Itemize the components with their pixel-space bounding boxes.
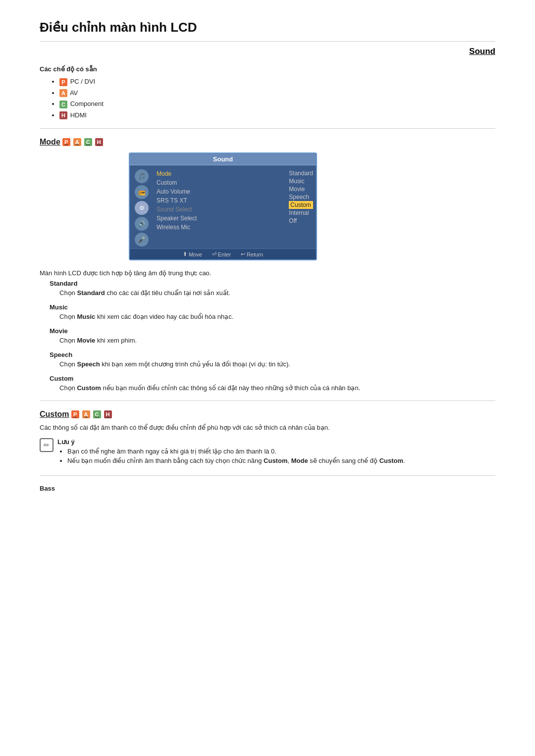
osd-item-mode: Mode bbox=[157, 169, 285, 178]
osd-menu-items: Mode Custom Auto Volume SRS TS XT Sound … bbox=[155, 169, 285, 247]
mode-title-text: Mode bbox=[40, 138, 60, 147]
sub-off: Off bbox=[289, 217, 313, 225]
custom-icon-p: P bbox=[71, 410, 79, 418]
osd-icons-column: 🎵 📻 ⚙ 🔊 🎤 bbox=[133, 169, 151, 247]
divider-1 bbox=[40, 128, 495, 129]
icon-p: P bbox=[59, 78, 67, 86]
custom-title-text: Custom bbox=[40, 410, 69, 419]
osd-submenu: Standard Music Movie Speech Custom Inter… bbox=[289, 169, 313, 247]
item-5-desc: Chọn Custom nếu bạn muốn điều chỉnh các … bbox=[59, 384, 495, 392]
footer-move: ⬆ Move bbox=[183, 251, 202, 257]
note-bullet-2: Nếu bạn muốn điều chỉnh âm thanh bằng cá… bbox=[67, 457, 405, 464]
list-item-2: Music Chọn Music khi xem các đoạn video … bbox=[50, 303, 495, 320]
mode-item-av: A AV bbox=[59, 89, 495, 98]
sub-music: Music bbox=[289, 177, 313, 185]
mode-label-hdmi: HDMI bbox=[70, 111, 87, 119]
mode-icon-c: C bbox=[84, 138, 92, 146]
lcd-description: Màn hình LCD được tích hợp bộ tăng âm độ… bbox=[40, 269, 495, 277]
sound-link[interactable]: Sound bbox=[469, 47, 495, 56]
footer-return: ↩ Return bbox=[241, 251, 263, 257]
mode-icon-p: P bbox=[62, 138, 70, 146]
page-container: Điều chỉnh màn hình LCD Sound Các chế độ… bbox=[0, 0, 535, 512]
custom-icon-h: H bbox=[104, 410, 112, 418]
icon-c: C bbox=[59, 101, 67, 108]
mode-label-component: Component bbox=[70, 100, 104, 107]
enter-icon: ⏎ bbox=[212, 251, 216, 257]
return-icon: ↩ bbox=[241, 251, 245, 257]
mode-item-pc: P PC / DVI bbox=[59, 78, 495, 86]
sub-standard: Standard bbox=[289, 169, 313, 177]
item-2-title: Music bbox=[50, 303, 495, 311]
mode-item-hdmi: H HDMI bbox=[59, 111, 495, 120]
custom-icon-a: A bbox=[82, 410, 90, 418]
sub-internal: Internal bbox=[289, 209, 313, 217]
divider-3 bbox=[40, 475, 495, 476]
osd-item-custom: Custom bbox=[157, 178, 285, 187]
mode-icon-a: A bbox=[73, 138, 81, 146]
mode-label-pc: PC / DVI bbox=[70, 78, 96, 85]
note-content: Lưu ý Bạn có thể nghe âm thanh ngay cả k… bbox=[57, 438, 405, 466]
divider-2 bbox=[40, 401, 495, 401]
mode-label-av: AV bbox=[70, 89, 78, 97]
sub-custom: Custom bbox=[289, 201, 313, 209]
osd-icon-3: ⚙ bbox=[135, 201, 149, 215]
custom-section: Custom P A C H Các thông số cài đặt âm t… bbox=[40, 410, 495, 466]
sub-movie: Movie bbox=[289, 185, 313, 193]
osd-icon-2: 📻 bbox=[135, 185, 149, 199]
osd-item-speakerselect: Speaker Select bbox=[157, 214, 285, 223]
osd-item-soundselect: Sound Select bbox=[157, 205, 285, 214]
note-label: Lưu ý bbox=[57, 438, 405, 446]
osd-menu: Sound 🎵 📻 ⚙ 🔊 🎤 Mode Custom Auto Volume … bbox=[129, 152, 317, 260]
mode-item-component: C Component bbox=[59, 100, 495, 108]
mode-icon-h: H bbox=[95, 138, 103, 146]
osd-item-srs: SRS TS XT bbox=[157, 196, 285, 205]
item-1-title: Standard bbox=[50, 280, 495, 287]
list-item-3: Movie Chọn Movie khi xem phim. bbox=[50, 327, 495, 344]
mode-numbered-list: Standard Chọn Standard cho các cài đặt t… bbox=[50, 280, 495, 392]
item-3-desc: Chọn Movie khi xem phim. bbox=[59, 337, 495, 344]
osd-item-autovolume: Auto Volume bbox=[157, 187, 285, 196]
note-box: ✏ Lưu ý Bạn có thể nghe âm thanh ngay cả… bbox=[40, 438, 495, 466]
available-modes-label: Các chế độ có sẵn bbox=[40, 65, 495, 73]
osd-body: 🎵 📻 ⚙ 🔊 🎤 Mode Custom Auto Volume SRS TS… bbox=[130, 165, 316, 249]
osd-title: Sound bbox=[130, 153, 316, 165]
icon-h: H bbox=[59, 111, 67, 119]
custom-icon-c: C bbox=[93, 410, 101, 418]
sound-link-container: Sound bbox=[40, 47, 495, 56]
osd-icon-5: 🎤 bbox=[135, 233, 149, 247]
icon-a: A bbox=[59, 89, 67, 97]
footer-enter: ⏎ Enter bbox=[212, 251, 231, 257]
osd-item-wirelessmic: Wireless Mic bbox=[157, 223, 285, 232]
item-4-desc: Chọn Speech khi bạn xem một chương trình… bbox=[59, 360, 495, 368]
mode-section-title: Mode P A C H bbox=[40, 138, 495, 147]
osd-footer: ⬆ Move ⏎ Enter ↩ Return bbox=[130, 249, 316, 259]
move-icon: ⬆ bbox=[183, 251, 187, 257]
note-bullets-list: Bạn có thể nghe âm thanh ngay cả khi giá… bbox=[57, 448, 405, 464]
item-2-desc: Chọn Music khi xem các đoạn video hay cá… bbox=[59, 313, 495, 320]
note-icon: ✏ bbox=[40, 438, 54, 452]
bass-label: Bass bbox=[40, 485, 495, 492]
item-5-title: Custom bbox=[50, 375, 495, 382]
custom-section-title: Custom P A C H bbox=[40, 410, 495, 419]
list-item-1: Standard Chọn Standard cho các cài đặt t… bbox=[50, 280, 495, 297]
item-1-desc: Chọn Standard cho các cài đặt tiêu chuẩn… bbox=[59, 289, 495, 297]
modes-list: P PC / DVI A AV C Component H HDMI bbox=[40, 78, 495, 119]
sub-speech: Speech bbox=[289, 193, 313, 201]
note-bullet-1: Bạn có thể nghe âm thanh ngay cả khi giá… bbox=[67, 448, 405, 455]
mode-section: Mode P A C H Sound 🎵 📻 ⚙ 🔊 🎤 Mode bbox=[40, 138, 495, 260]
list-item-5: Custom Chọn Custom nếu bạn muốn điều chỉ… bbox=[50, 375, 495, 392]
list-item-4: Speech Chọn Speech khi bạn xem một chươn… bbox=[50, 351, 495, 368]
osd-icon-1: 🎵 bbox=[135, 169, 149, 183]
osd-icon-4: 🔊 bbox=[135, 217, 149, 231]
item-4-title: Speech bbox=[50, 351, 495, 358]
custom-description: Các thông số cài đặt âm thanh có thể đượ… bbox=[40, 424, 495, 431]
page-title: Điều chỉnh màn hình LCD bbox=[40, 20, 495, 42]
item-3-title: Movie bbox=[50, 327, 495, 335]
